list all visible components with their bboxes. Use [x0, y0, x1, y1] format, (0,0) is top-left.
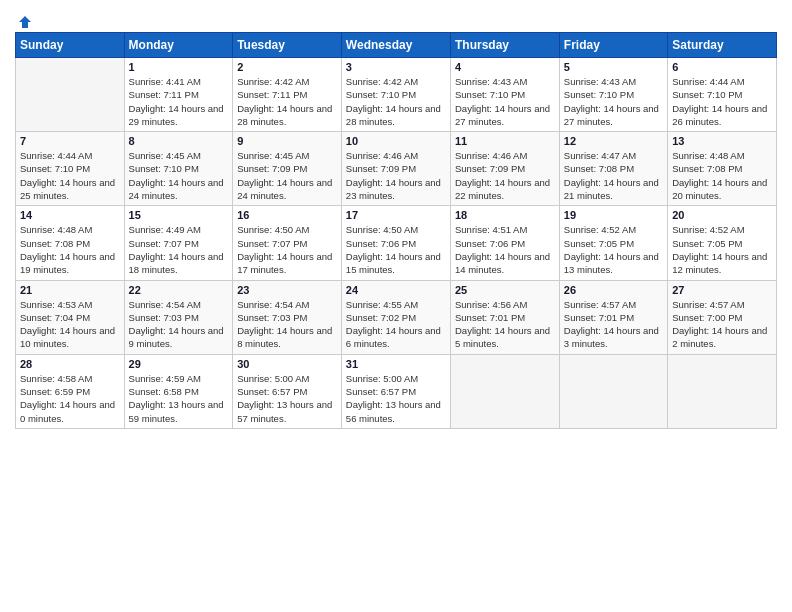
- day-info: Sunrise: 4:50 AMSunset: 7:06 PMDaylight:…: [346, 223, 446, 276]
- calendar-cell: 6 Sunrise: 4:44 AMSunset: 7:10 PMDayligh…: [668, 58, 777, 132]
- day-number: 12: [564, 135, 663, 147]
- calendar-cell: 19 Sunrise: 4:52 AMSunset: 7:05 PMDaylig…: [559, 206, 667, 280]
- weekday-header-row: SundayMondayTuesdayWednesdayThursdayFrid…: [16, 33, 777, 58]
- day-number: 22: [129, 284, 229, 296]
- day-info: Sunrise: 5:00 AMSunset: 6:57 PMDaylight:…: [237, 372, 337, 425]
- calendar-cell: 31 Sunrise: 5:00 AMSunset: 6:57 PMDaylig…: [341, 354, 450, 428]
- calendar-week-4: 21 Sunrise: 4:53 AMSunset: 7:04 PMDaylig…: [16, 280, 777, 354]
- calendar-cell: 18 Sunrise: 4:51 AMSunset: 7:06 PMDaylig…: [450, 206, 559, 280]
- calendar-cell: 3 Sunrise: 4:42 AMSunset: 7:10 PMDayligh…: [341, 58, 450, 132]
- calendar-cell: 26 Sunrise: 4:57 AMSunset: 7:01 PMDaylig…: [559, 280, 667, 354]
- day-number: 24: [346, 284, 446, 296]
- weekday-header-sunday: Sunday: [16, 33, 125, 58]
- calendar-cell: 7 Sunrise: 4:44 AMSunset: 7:10 PMDayligh…: [16, 132, 125, 206]
- calendar-cell: 21 Sunrise: 4:53 AMSunset: 7:04 PMDaylig…: [16, 280, 125, 354]
- calendar-week-5: 28 Sunrise: 4:58 AMSunset: 6:59 PMDaylig…: [16, 354, 777, 428]
- day-info: Sunrise: 4:45 AMSunset: 7:10 PMDaylight:…: [129, 149, 229, 202]
- day-number: 17: [346, 209, 446, 221]
- calendar-cell: 30 Sunrise: 5:00 AMSunset: 6:57 PMDaylig…: [233, 354, 342, 428]
- day-info: Sunrise: 4:46 AMSunset: 7:09 PMDaylight:…: [346, 149, 446, 202]
- calendar-cell: [559, 354, 667, 428]
- day-number: 18: [455, 209, 555, 221]
- day-info: Sunrise: 4:58 AMSunset: 6:59 PMDaylight:…: [20, 372, 120, 425]
- calendar-cell: 12 Sunrise: 4:47 AMSunset: 7:08 PMDaylig…: [559, 132, 667, 206]
- calendar-week-3: 14 Sunrise: 4:48 AMSunset: 7:08 PMDaylig…: [16, 206, 777, 280]
- day-info: Sunrise: 4:48 AMSunset: 7:08 PMDaylight:…: [20, 223, 120, 276]
- weekday-header-wednesday: Wednesday: [341, 33, 450, 58]
- calendar-cell: 17 Sunrise: 4:50 AMSunset: 7:06 PMDaylig…: [341, 206, 450, 280]
- day-info: Sunrise: 5:00 AMSunset: 6:57 PMDaylight:…: [346, 372, 446, 425]
- calendar-week-2: 7 Sunrise: 4:44 AMSunset: 7:10 PMDayligh…: [16, 132, 777, 206]
- page-header: [15, 10, 777, 26]
- weekday-header-friday: Friday: [559, 33, 667, 58]
- logo: [15, 14, 33, 26]
- day-number: 2: [237, 61, 337, 73]
- svg-marker-0: [19, 16, 31, 28]
- day-number: 5: [564, 61, 663, 73]
- day-number: 31: [346, 358, 446, 370]
- day-info: Sunrise: 4:42 AMSunset: 7:10 PMDaylight:…: [346, 75, 446, 128]
- day-info: Sunrise: 4:49 AMSunset: 7:07 PMDaylight:…: [129, 223, 229, 276]
- day-info: Sunrise: 4:42 AMSunset: 7:11 PMDaylight:…: [237, 75, 337, 128]
- day-info: Sunrise: 4:44 AMSunset: 7:10 PMDaylight:…: [672, 75, 772, 128]
- day-number: 15: [129, 209, 229, 221]
- day-number: 11: [455, 135, 555, 147]
- day-number: 4: [455, 61, 555, 73]
- weekday-header-thursday: Thursday: [450, 33, 559, 58]
- calendar-cell: 22 Sunrise: 4:54 AMSunset: 7:03 PMDaylig…: [124, 280, 233, 354]
- day-info: Sunrise: 4:43 AMSunset: 7:10 PMDaylight:…: [564, 75, 663, 128]
- calendar-table: SundayMondayTuesdayWednesdayThursdayFrid…: [15, 32, 777, 429]
- day-number: 20: [672, 209, 772, 221]
- calendar-cell: 9 Sunrise: 4:45 AMSunset: 7:09 PMDayligh…: [233, 132, 342, 206]
- day-number: 1: [129, 61, 229, 73]
- day-info: Sunrise: 4:53 AMSunset: 7:04 PMDaylight:…: [20, 298, 120, 351]
- day-info: Sunrise: 4:43 AMSunset: 7:10 PMDaylight:…: [455, 75, 555, 128]
- calendar-cell: 11 Sunrise: 4:46 AMSunset: 7:09 PMDaylig…: [450, 132, 559, 206]
- day-number: 27: [672, 284, 772, 296]
- day-info: Sunrise: 4:45 AMSunset: 7:09 PMDaylight:…: [237, 149, 337, 202]
- day-info: Sunrise: 4:48 AMSunset: 7:08 PMDaylight:…: [672, 149, 772, 202]
- day-number: 3: [346, 61, 446, 73]
- calendar-cell: 8 Sunrise: 4:45 AMSunset: 7:10 PMDayligh…: [124, 132, 233, 206]
- day-number: 7: [20, 135, 120, 147]
- day-number: 26: [564, 284, 663, 296]
- calendar-cell: [16, 58, 125, 132]
- day-info: Sunrise: 4:50 AMSunset: 7:07 PMDaylight:…: [237, 223, 337, 276]
- day-info: Sunrise: 4:57 AMSunset: 7:00 PMDaylight:…: [672, 298, 772, 351]
- weekday-header-monday: Monday: [124, 33, 233, 58]
- calendar-cell: [668, 354, 777, 428]
- day-info: Sunrise: 4:41 AMSunset: 7:11 PMDaylight:…: [129, 75, 229, 128]
- day-info: Sunrise: 4:57 AMSunset: 7:01 PMDaylight:…: [564, 298, 663, 351]
- day-info: Sunrise: 4:46 AMSunset: 7:09 PMDaylight:…: [455, 149, 555, 202]
- day-number: 21: [20, 284, 120, 296]
- day-number: 14: [20, 209, 120, 221]
- calendar-cell: 29 Sunrise: 4:59 AMSunset: 6:58 PMDaylig…: [124, 354, 233, 428]
- day-number: 6: [672, 61, 772, 73]
- day-number: 16: [237, 209, 337, 221]
- calendar-cell: 4 Sunrise: 4:43 AMSunset: 7:10 PMDayligh…: [450, 58, 559, 132]
- calendar-cell: 20 Sunrise: 4:52 AMSunset: 7:05 PMDaylig…: [668, 206, 777, 280]
- calendar-cell: 2 Sunrise: 4:42 AMSunset: 7:11 PMDayligh…: [233, 58, 342, 132]
- day-number: 10: [346, 135, 446, 147]
- day-number: 28: [20, 358, 120, 370]
- day-info: Sunrise: 4:52 AMSunset: 7:05 PMDaylight:…: [672, 223, 772, 276]
- weekday-header-saturday: Saturday: [668, 33, 777, 58]
- day-info: Sunrise: 4:55 AMSunset: 7:02 PMDaylight:…: [346, 298, 446, 351]
- calendar-cell: 10 Sunrise: 4:46 AMSunset: 7:09 PMDaylig…: [341, 132, 450, 206]
- day-info: Sunrise: 4:54 AMSunset: 7:03 PMDaylight:…: [129, 298, 229, 351]
- day-number: 30: [237, 358, 337, 370]
- calendar-cell: 23 Sunrise: 4:54 AMSunset: 7:03 PMDaylig…: [233, 280, 342, 354]
- logo-icon: [17, 14, 33, 30]
- day-number: 9: [237, 135, 337, 147]
- weekday-header-tuesday: Tuesday: [233, 33, 342, 58]
- calendar-cell: 14 Sunrise: 4:48 AMSunset: 7:08 PMDaylig…: [16, 206, 125, 280]
- day-info: Sunrise: 4:56 AMSunset: 7:01 PMDaylight:…: [455, 298, 555, 351]
- calendar-cell: 16 Sunrise: 4:50 AMSunset: 7:07 PMDaylig…: [233, 206, 342, 280]
- day-info: Sunrise: 4:54 AMSunset: 7:03 PMDaylight:…: [237, 298, 337, 351]
- calendar-cell: 25 Sunrise: 4:56 AMSunset: 7:01 PMDaylig…: [450, 280, 559, 354]
- calendar-cell: 13 Sunrise: 4:48 AMSunset: 7:08 PMDaylig…: [668, 132, 777, 206]
- day-info: Sunrise: 4:44 AMSunset: 7:10 PMDaylight:…: [20, 149, 120, 202]
- calendar-cell: 28 Sunrise: 4:58 AMSunset: 6:59 PMDaylig…: [16, 354, 125, 428]
- day-info: Sunrise: 4:47 AMSunset: 7:08 PMDaylight:…: [564, 149, 663, 202]
- day-info: Sunrise: 4:59 AMSunset: 6:58 PMDaylight:…: [129, 372, 229, 425]
